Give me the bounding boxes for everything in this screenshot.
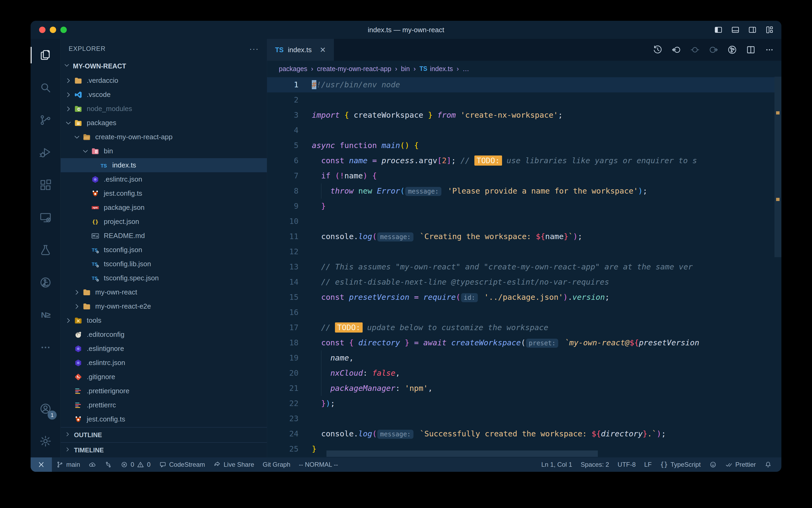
chevron-down-icon[interactable] — [72, 133, 82, 141]
code-line-4[interactable]: 4 — [267, 123, 774, 138]
code-line-15[interactable]: 15 const presetVersion = require(id: '..… — [267, 290, 774, 305]
live-share-status[interactable]: Live Share — [213, 461, 254, 468]
tree-item--vscode[interactable]: .vscode — [61, 88, 267, 102]
tree-item--eslintignore[interactable]: .eslintignore — [61, 342, 267, 356]
code-line-6[interactable]: 6 const name = process.argv[2]; // TODO:… — [267, 153, 774, 168]
explorer-icon[interactable] — [31, 39, 60, 71]
chevron-right-icon[interactable] — [72, 303, 82, 310]
code-line-3[interactable]: 3import { createWorkspace } from 'create… — [267, 108, 774, 123]
tree-item-tools[interactable]: tools — [61, 313, 267, 328]
chevron-down-icon[interactable] — [80, 147, 90, 155]
eol-status[interactable]: LF — [644, 461, 652, 468]
code-line-10[interactable]: 10 — [267, 214, 774, 229]
git-branch-status[interactable]: main — [56, 461, 80, 468]
git-graph-icon[interactable] — [727, 45, 737, 55]
feedback-smiley-status[interactable] — [709, 461, 717, 468]
code-line-14[interactable]: 14 // eslint-disable-next-line @typescri… — [267, 274, 774, 290]
code-line-18[interactable]: 18 const { directory } = await createWor… — [267, 335, 774, 350]
tree-item--eslintrc-json[interactable]: .eslintrc.json — [61, 172, 267, 186]
code-line-9[interactable]: 9 } — [267, 199, 774, 214]
nav-location-icon[interactable] — [690, 45, 700, 55]
tree-item-index-ts[interactable]: TSindex.ts — [61, 158, 267, 172]
zoom-window-button[interactable] — [60, 27, 67, 33]
tree-item-my-own-react[interactable]: my-own-react — [61, 285, 267, 299]
remote-indicator[interactable] — [31, 457, 52, 472]
chevron-right-icon[interactable] — [63, 317, 74, 324]
toggle-panel-icon[interactable] — [731, 25, 740, 34]
sidebar-section-outline[interactable]: OUTLINE — [61, 427, 267, 442]
code-line-21[interactable]: 21 packageManager: 'npm', — [267, 381, 774, 396]
tree-item-packages[interactable]: packages — [61, 116, 267, 130]
code-line-19[interactable]: 19 name, — [267, 350, 774, 366]
tree-item-package-json[interactable]: npmpackage.json — [61, 201, 267, 215]
code-line-5[interactable]: 5async function main() { — [267, 138, 774, 153]
code-line-23[interactable]: 23 — [267, 411, 774, 426]
vim-mode-status[interactable]: -- NORMAL -- — [299, 461, 338, 468]
toggle-sidebar-icon[interactable] — [714, 25, 723, 34]
cursor-position-status[interactable]: Ln 1, Col 1 — [541, 461, 572, 468]
code-line-1[interactable]: 1#!/usr/bin/env node — [267, 77, 774, 92]
accounts-icon[interactable]: 1 — [31, 392, 60, 425]
breadcrumb-item[interactable]: … — [463, 65, 469, 73]
tree-item-tsconfig-lib-json[interactable]: TStsconfig.lib.json — [61, 257, 267, 271]
code-line-12[interactable]: 12 — [267, 244, 774, 259]
tab-index-ts[interactable]: TS index.ts ✕ — [267, 39, 334, 61]
code-line-20[interactable]: 20 nxCloud: false, — [267, 366, 774, 381]
tree-item--editorconfig[interactable]: .editorconfig — [61, 328, 267, 342]
indentation-status[interactable]: Spaces: 2 — [581, 461, 609, 468]
encoding-status[interactable]: UTF-8 — [618, 461, 636, 468]
run-debug-icon[interactable] — [31, 136, 60, 169]
tree-item-my-own-react-e2e[interactable]: my-own-react-e2e — [61, 299, 267, 313]
more-actions-icon[interactable] — [764, 45, 774, 55]
remote-explorer-icon[interactable] — [31, 201, 60, 234]
breadcrumb-item[interactable]: TSindex.ts — [420, 65, 453, 73]
horizontal-scrollbar[interactable] — [327, 451, 598, 457]
tree-item--prettierrc[interactable]: .prettierrc — [61, 398, 267, 412]
toggle-secondary-sidebar-icon[interactable] — [748, 25, 757, 34]
breadcrumb-item[interactable]: create-my-own-react-app — [317, 65, 391, 73]
code-editor[interactable]: 1#!/usr/bin/env node23import { createWor… — [267, 77, 781, 457]
vertical-scrollbar[interactable] — [774, 77, 781, 257]
notifications-bell[interactable] — [764, 461, 772, 468]
split-editor-icon[interactable] — [746, 45, 756, 55]
chevron-right-icon[interactable] — [63, 105, 74, 113]
code-line-2[interactable]: 2 — [267, 92, 774, 108]
nx-console-icon[interactable]: N≥ — [31, 299, 60, 331]
customize-layout-icon[interactable] — [765, 25, 774, 34]
sidebar-section-timeline[interactable]: TIMELINE — [61, 442, 267, 457]
prettier-status[interactable]: Prettier — [725, 461, 756, 468]
tree-item-jest-config-ts[interactable]: jest.config.ts — [61, 412, 267, 426]
code-line-11[interactable]: 11 console.log(message: `Creating the wo… — [267, 229, 774, 244]
chevron-down-icon[interactable] — [63, 119, 74, 127]
git-graph-status[interactable]: Git Graph — [262, 461, 290, 468]
chevron-right-icon[interactable] — [63, 91, 74, 98]
chevron-right-icon[interactable] — [63, 77, 74, 84]
nav-forward-icon[interactable] — [709, 45, 719, 55]
minimize-window-button[interactable] — [50, 27, 56, 33]
explorer-more-actions-icon[interactable]: ··· — [249, 44, 259, 53]
titlebar[interactable]: index.ts — my-own-react — [31, 21, 781, 39]
close-tab-icon[interactable]: ✕ — [320, 46, 326, 54]
workspace-section-header[interactable]: MY-OWN-REACT — [61, 58, 267, 74]
code-line-16[interactable]: 16 — [267, 305, 774, 320]
language-status[interactable]: {}TypeScript — [660, 461, 701, 468]
timeline-history-icon[interactable] — [653, 45, 663, 55]
code-line-17[interactable]: 17 // TODO: update below to customize th… — [267, 320, 774, 335]
code-line-13[interactable]: 13 // This assumes "my-own-react" and "c… — [267, 259, 774, 274]
tree-item--eslintrc-json[interactable]: .eslintrc.json — [61, 356, 267, 370]
sync-status[interactable] — [104, 461, 112, 468]
more-views-icon[interactable] — [31, 331, 60, 364]
testing-icon[interactable] — [31, 234, 60, 266]
source-control-icon[interactable] — [31, 104, 60, 136]
tree-item--verdaccio[interactable]: .verdaccio — [61, 74, 267, 88]
close-window-button[interactable] — [39, 27, 46, 33]
tree-item-jest-config-ts[interactable]: jest.config.ts — [61, 186, 267, 201]
code-line-22[interactable]: 22 }); — [267, 396, 774, 411]
tree-item-tsconfig-spec-json[interactable]: TStsconfig.spec.json — [61, 271, 267, 285]
code-line-8[interactable]: 8 throw new Error(message: 'Please provi… — [267, 183, 774, 199]
tree-item--gitignore[interactable]: .gitignore — [61, 370, 267, 384]
search-icon[interactable] — [31, 71, 60, 104]
tree-item-tsconfig-json[interactable]: TStsconfig.json — [61, 243, 267, 257]
tree-item-create-my-own-react-app[interactable]: create-my-own-react-app — [61, 130, 267, 144]
gitlens-icon[interactable] — [31, 266, 60, 299]
